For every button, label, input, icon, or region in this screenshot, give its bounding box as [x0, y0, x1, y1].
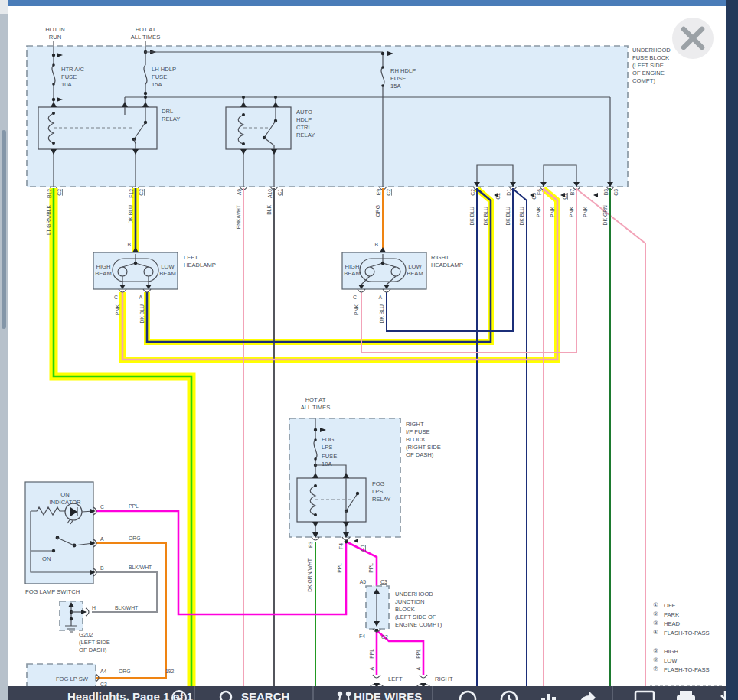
svg-text:JUNCTION: JUNCTION — [395, 598, 424, 605]
svg-text:PNK: PNK — [115, 304, 120, 315]
svg-text:⑥: ⑥ — [653, 656, 658, 663]
svg-text:B7: B7 — [570, 189, 575, 196]
svg-text:PPL: PPL — [369, 649, 374, 659]
close-button[interactable] — [672, 18, 714, 59]
stats-icon[interactable] — [539, 689, 559, 700]
left-headlamp: B HIGH BEAM LOW BEAM LEFT HEADLAMP C A P… — [93, 242, 216, 324]
search-icon[interactable] — [218, 689, 237, 700]
history-icon[interactable] — [499, 689, 519, 700]
share-icon[interactable] — [576, 689, 597, 700]
svg-text:ALL TIMES: ALL TIMES — [301, 404, 330, 411]
svg-text:COMPT): COMPT) — [632, 77, 655, 84]
svg-text:FUSE: FUSE — [152, 73, 167, 80]
svg-text:ENGINE COMPT): ENGINE COMPT) — [395, 621, 442, 628]
svg-text:PNK: PNK — [583, 207, 588, 217]
svg-text:CTRL: CTRL — [296, 124, 312, 131]
svg-text:HTR A/C: HTR A/C — [61, 66, 84, 73]
svg-text:C: C — [100, 504, 104, 510]
svg-text:HIGH: HIGH — [345, 263, 360, 270]
svg-text:LEFT: LEFT — [184, 254, 198, 261]
svg-text:LOW: LOW — [664, 657, 678, 664]
svg-text:RELAY: RELAY — [162, 116, 180, 122]
svg-text:(RIGHT SIDE: (RIGHT SIDE — [406, 444, 441, 451]
underhood-junction-block: A5 C3 F4 C2 UNDERHOOD JUNCTION BLOCK (LE… — [359, 579, 442, 640]
svg-text:ON: ON — [60, 491, 69, 498]
svg-text:DK GRN/WHT: DK GRN/WHT — [307, 558, 312, 592]
zoom-icon[interactable] — [458, 689, 478, 700]
hot-at-all-times: HOT AT — [136, 26, 156, 33]
svg-text:LPS: LPS — [372, 488, 383, 495]
svg-text:BEAM: BEAM — [344, 270, 361, 277]
svg-text:RELAY: RELAY — [372, 496, 390, 503]
svg-text:INDICATOR: INDICATOR — [49, 499, 81, 506]
hot-at-all-times-fog: HOT AT — [305, 396, 326, 403]
svg-text:ALL TIMES: ALL TIMES — [131, 34, 160, 41]
svg-text:C1: C1 — [277, 189, 282, 196]
svg-text:F3: F3 — [308, 542, 313, 548]
svg-text:PPL: PPL — [129, 503, 139, 509]
svg-text:RH HDLP: RH HDLP — [390, 67, 416, 74]
svg-text:PNK: PNK — [354, 304, 359, 315]
svg-text:DK BLU: DK BLU — [128, 205, 133, 224]
svg-text:RIGHT: RIGHT — [406, 421, 424, 428]
hot-in-run: HOT IN — [45, 26, 65, 33]
svg-text:DRL: DRL — [162, 108, 173, 115]
svg-text:F12: F12 — [129, 189, 134, 198]
svg-text:10A: 10A — [61, 81, 72, 88]
svg-text:BEAM: BEAM — [159, 270, 176, 277]
svg-text:BLK: BLK — [266, 205, 272, 215]
wire-org-switch — [96, 543, 166, 678]
svg-text:B12: B12 — [47, 189, 52, 198]
svg-text:ORG: ORG — [119, 669, 130, 674]
scrollbar-thumb[interactable] — [2, 130, 6, 329]
svg-text:C: C — [353, 295, 357, 300]
page-info-icon[interactable] — [171, 689, 188, 700]
svg-text:HEADLAMP: HEADLAMP — [184, 262, 216, 269]
svg-text:RIGHT: RIGHT — [435, 676, 453, 682]
monitor-icon[interactable] — [634, 689, 655, 700]
svg-text:OF ENGINE: OF ENGINE — [632, 70, 665, 77]
svg-text:UNDERHOOD: UNDERHOOD — [395, 591, 433, 597]
svg-text:A4: A4 — [100, 669, 107, 674]
svg-text:①: ① — [653, 601, 658, 608]
search-button[interactable]: SEARCH — [241, 690, 289, 700]
svg-text:FUSE: FUSE — [61, 73, 77, 80]
bottom-toolbar: Headlights, Page 1 of 1 SEARCH HIDE WIRE… — [8, 686, 726, 700]
headlamp-switch-legend: ① OFF ② PARK ③ HEAD ④ FLASH-TO-PASS ⑤ HI… — [651, 601, 724, 698]
svg-text:③: ③ — [653, 620, 658, 627]
svg-text:C3: C3 — [613, 189, 619, 196]
svg-text:④: ④ — [653, 629, 658, 636]
svg-text:C2: C2 — [381, 634, 388, 640]
diagram-viewer-window: HOT IN RUN HOT AT ALL TIMES UNDERHOOD FU… — [0, 0, 738, 700]
download-icon[interactable] — [715, 689, 726, 700]
svg-text:B: B — [127, 242, 131, 247]
print-icon[interactable] — [675, 689, 697, 700]
hide-wires-button[interactable]: HIDE WIRES — [354, 690, 422, 700]
svg-text:(LEFT SIDE OF: (LEFT SIDE OF — [395, 614, 436, 620]
svg-text:A: A — [100, 536, 104, 542]
svg-text:DK BLU: DK BLU — [469, 207, 475, 226]
svg-text:RELAY: RELAY — [296, 132, 315, 138]
svg-text:LOW: LOW — [161, 263, 175, 270]
svg-text:DK BLU: DK BLU — [139, 304, 145, 324]
svg-text:PNK: PNK — [550, 207, 555, 217]
svg-text:15A: 15A — [152, 81, 162, 88]
svg-text:②: ② — [653, 610, 658, 617]
wires-icon[interactable] — [335, 689, 354, 700]
svg-text:PPL: PPL — [368, 563, 374, 573]
svg-text:A: A — [416, 667, 421, 671]
svg-text:HIGH: HIGH — [96, 263, 111, 270]
svg-text:FOG: FOG — [372, 480, 385, 487]
underhood-fuse-block — [27, 46, 628, 187]
svg-text:BEAM: BEAM — [407, 270, 423, 277]
svg-text:C: C — [114, 295, 118, 300]
svg-text:FUSE BLOCK: FUSE BLOCK — [632, 54, 669, 61]
svg-text:A: A — [139, 295, 142, 300]
svg-text:A5: A5 — [360, 579, 367, 584]
svg-text:ORG: ORG — [129, 536, 140, 541]
svg-text:LH HDLP: LH HDLP — [152, 66, 176, 73]
svg-text:C2: C2 — [386, 189, 391, 196]
svg-text:E9: E9 — [376, 189, 381, 196]
svg-text:I/P FUSE: I/P FUSE — [406, 428, 430, 435]
right-ip-fuse-block: RIGHT I/P FUSE BLOCK (RIGHT SIDE OF DASH… — [289, 418, 441, 592]
